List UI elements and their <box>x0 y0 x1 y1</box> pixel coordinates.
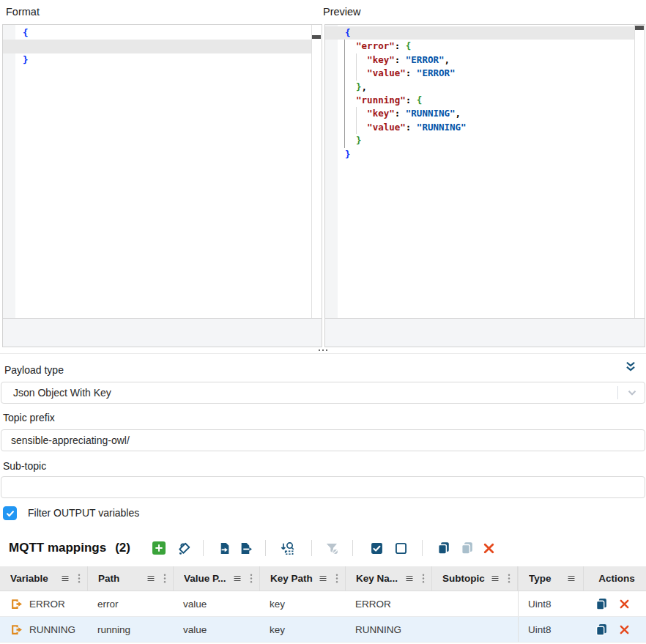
format-code-line: } <box>3 53 311 67</box>
preview-code-line: }, <box>325 81 634 94</box>
column-header-type[interactable]: Type <box>518 566 584 591</box>
preview-code-lines: { "error": { "key": "ERROR", "value": "E… <box>325 25 634 161</box>
preview-code-line: { <box>325 26 634 40</box>
format-editor-panel[interactable]: {} <box>2 24 322 347</box>
preview-code-line: "key": "RUNNING", <box>325 107 634 120</box>
chevron-down-icon <box>625 386 639 402</box>
cell-_actions <box>584 591 646 616</box>
paste-rows-icon[interactable] <box>461 541 474 555</box>
topic-prefix-input[interactable] <box>1 429 645 451</box>
format-editor-label: Format <box>6 6 40 18</box>
clear-all-icon[interactable] <box>177 541 191 555</box>
column-menu-icon[interactable] <box>490 574 500 583</box>
column-options-dots-icon[interactable] <box>422 573 425 584</box>
column-menu-icon[interactable] <box>404 574 415 583</box>
uncheck-all-icon[interactable] <box>395 542 407 555</box>
format-scrollbar-track <box>311 25 312 318</box>
toolbar-divider <box>311 540 312 556</box>
format-code-line: { <box>3 26 311 40</box>
column-menu-icon[interactable] <box>232 574 242 583</box>
mqtt-mappings-toolbar: MQTT mappings (2) <box>9 537 642 559</box>
column-header-label: Key Na... <box>356 573 398 584</box>
preview-editor-panel[interactable]: { "error": { "key": "ERROR", "value": "E… <box>324 24 645 347</box>
column-menu-icon[interactable] <box>60 574 70 583</box>
delete-row-icon[interactable] <box>619 624 630 635</box>
sub-topic-input[interactable] <box>1 476 645 498</box>
table-row[interactable]: ERRORerrorvaluekeyERRORUint8 <box>0 591 646 617</box>
copy-row-icon[interactable] <box>595 598 608 610</box>
output-variable-icon <box>10 598 23 610</box>
format-code-line <box>3 40 311 53</box>
column-header-key_path[interactable]: Key Path <box>260 566 346 591</box>
copy-row-icon[interactable] <box>595 623 608 636</box>
column-header-subtopic[interactable]: Subtopic <box>432 566 518 591</box>
column-header-label: Value P... <box>184 573 226 584</box>
sub-topic-label: Sub-topic <box>3 460 46 472</box>
horizontal-resize-splitter[interactable] <box>0 347 646 354</box>
delete-row-icon[interactable] <box>619 599 630 610</box>
collapse-section-double-chevron-icon[interactable] <box>623 360 638 373</box>
preview-code-line: } <box>325 134 634 147</box>
column-header-label: Key Path <box>270 573 313 584</box>
cell-subtopic <box>432 591 518 616</box>
mqtt-mappings-title: MQTT mappings <box>9 541 106 555</box>
cell-_actions <box>584 617 646 642</box>
copy-rows-icon[interactable] <box>437 541 450 555</box>
column-header-path[interactable]: Path <box>88 566 174 591</box>
format-scrollbar-thumb[interactable] <box>312 35 321 39</box>
import-icon[interactable] <box>218 542 231 555</box>
topic-prefix-label: Topic prefix <box>3 412 55 423</box>
filter-output-checkbox[interactable] <box>3 506 17 520</box>
toolbar-divider <box>352 540 353 556</box>
delete-rows-icon[interactable] <box>483 542 495 555</box>
column-header-variable[interactable]: Variable <box>0 566 88 591</box>
column-options-dots-icon[interactable] <box>78 573 81 584</box>
column-menu-icon[interactable] <box>566 574 576 583</box>
preview-scrollbar-thumb[interactable] <box>635 26 644 30</box>
mqtt-mappings-table: VariablePathValue P...Key PathKey Na...S… <box>0 566 646 643</box>
table-row[interactable]: RUNNINGrunningvaluekeyRUNNINGUint8 <box>0 617 646 643</box>
preview-editor-label: Preview <box>323 6 361 18</box>
cell-path: running <box>88 617 174 642</box>
cell-key_name: RUNNING <box>346 617 432 642</box>
cell-value_path: value <box>174 617 260 642</box>
preview-code-line: "value": "ERROR" <box>325 67 634 80</box>
export-icon[interactable] <box>240 542 252 555</box>
table-header: VariablePathValue P...Key PathKey Na...S… <box>0 566 646 591</box>
format-editor-footer <box>3 318 322 347</box>
filter-off-icon[interactable] <box>325 541 339 555</box>
cell-key_path: key <box>260 591 346 616</box>
column-options-dots-icon[interactable] <box>335 573 338 584</box>
format-code-lines: {} <box>3 25 311 67</box>
variable-name: RUNNING <box>29 624 75 635</box>
column-menu-icon[interactable] <box>318 574 328 583</box>
column-header-label: Path <box>98 573 119 584</box>
column-options-dots-icon[interactable] <box>250 573 253 584</box>
cell-type: Uint8 <box>518 617 584 642</box>
search-table-icon[interactable] <box>281 541 295 555</box>
mqtt-config-page: Format Preview {} { "error": { "key": "E… <box>0 0 646 644</box>
format-code-area[interactable]: {} <box>3 25 322 318</box>
column-options-dots-icon[interactable] <box>508 573 511 584</box>
preview-code-area[interactable]: { "error": { "key": "ERROR", "value": "E… <box>325 25 645 318</box>
cell-key_path: key <box>260 617 346 642</box>
filter-output-row: Filter OUTPUT variables <box>3 506 139 520</box>
column-header-label: Subtopic <box>442 573 485 584</box>
add-mapping-button[interactable] <box>152 541 166 555</box>
column-menu-icon[interactable] <box>146 574 156 583</box>
column-header-_actions[interactable]: Actions <box>584 566 646 591</box>
check-all-icon[interactable] <box>371 542 383 555</box>
toolbar-divider <box>265 540 266 556</box>
variable-name: ERROR <box>29 599 65 610</box>
payload-type-select[interactable]: Json Object With Key <box>1 382 645 404</box>
filter-output-checkbox-label: Filter OUTPUT variables <box>28 507 139 519</box>
output-variable-icon <box>10 623 23 636</box>
column-header-key_name[interactable]: Key Na... <box>346 566 432 591</box>
format-editor-gutter <box>3 25 15 318</box>
column-header-value_path[interactable]: Value P... <box>174 566 260 591</box>
payload-type-label: Payload type <box>4 364 64 376</box>
preview-code-line: "key": "ERROR", <box>325 53 634 67</box>
cell-variable: ERROR <box>0 591 88 616</box>
column-options-dots-icon[interactable] <box>163 573 166 584</box>
preview-code-line: "value": "RUNNING" <box>325 121 634 134</box>
